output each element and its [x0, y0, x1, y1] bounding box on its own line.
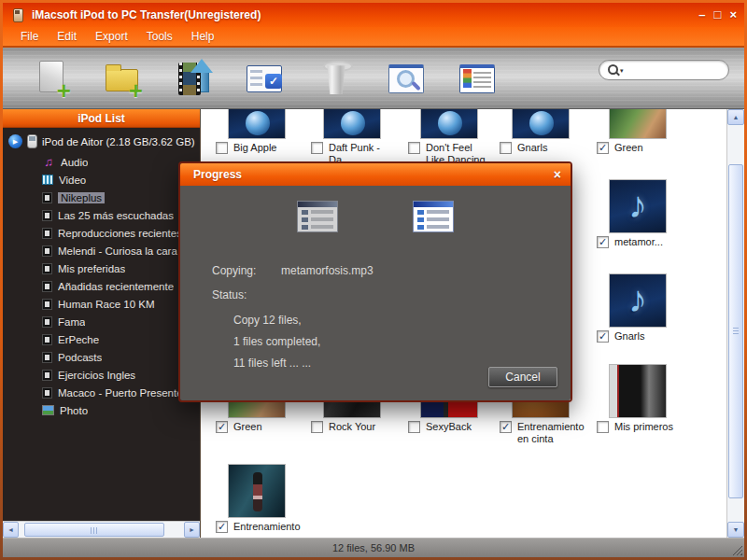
- delete-trash-button[interactable]: [315, 57, 358, 100]
- file-item[interactable]: Mis primeros: [591, 364, 684, 433]
- thumbnail-note-ball: [323, 109, 381, 139]
- close-button[interactable]: ×: [729, 8, 737, 21]
- file-checkbox[interactable]: ✓: [597, 142, 609, 154]
- file-checkbox[interactable]: [311, 142, 323, 154]
- sidebar-item-las-25-m-s-escuchadas[interactable]: Las 25 más escuchadas: [3, 206, 200, 224]
- scroll-down-button[interactable]: ▼: [727, 522, 744, 538]
- sidebar-item-fama[interactable]: Fama: [3, 313, 200, 330]
- file-checkbox[interactable]: ✓: [216, 421, 228, 433]
- file-item[interactable]: ✓Gnarls: [591, 273, 684, 343]
- file-checkbox[interactable]: [408, 142, 420, 154]
- sidebar-item-human-race-10-km[interactable]: Human Race 10 KM: [3, 295, 200, 313]
- minimize-button[interactable]: –: [698, 8, 705, 21]
- menu-tools[interactable]: Tools: [138, 28, 181, 45]
- dialog-close-button[interactable]: ×: [554, 168, 561, 181]
- delete-trash-icon: [315, 57, 358, 100]
- sidebar-item-macaco-puerto-presente[interactable]: Macaco - Puerto Presente: [3, 384, 200, 401]
- scroll-track[interactable]: [727, 125, 744, 522]
- title-bar[interactable]: iMacsoft iPod to PC Transfer(Unregistere…: [3, 3, 744, 27]
- window-title: iMacsoft iPod to PC Transfer(Unregistere…: [32, 8, 261, 21]
- sidebar-item-nikeplus[interactable]: Nikeplus: [3, 189, 200, 206]
- file-checkbox[interactable]: [408, 421, 420, 433]
- copying-filename: metamorfosis.mp3: [281, 264, 374, 277]
- sidebar-item-ejercicios-ingles[interactable]: Ejercicios Ingles: [3, 366, 200, 384]
- playlist-icon: [42, 192, 52, 203]
- search-input[interactable]: [627, 64, 721, 76]
- file-label: Entrenamiento en cinta: [517, 421, 585, 445]
- list-view-button[interactable]: [457, 57, 500, 100]
- menu-edit[interactable]: Edit: [49, 28, 85, 45]
- thumbnail-photo-amy: [228, 464, 286, 518]
- file-label: Gnarls: [614, 330, 644, 343]
- maximize-button[interactable]: □: [714, 8, 722, 21]
- scroll-thumb[interactable]: [728, 164, 743, 498]
- play-icon[interactable]: ▶: [8, 134, 22, 148]
- menu-export[interactable]: Export: [87, 28, 136, 45]
- sidebar-item-label: Mis preferidas: [58, 263, 125, 274]
- file-item[interactable]: ✓Green: [591, 109, 684, 154]
- file-item[interactable]: ✓Entrenamiento: [210, 464, 303, 533]
- file-checkbox[interactable]: [597, 421, 609, 433]
- scroll-track[interactable]: [19, 522, 184, 538]
- scroll-right-button[interactable]: ►: [184, 522, 200, 538]
- sidebar-item-podcasts[interactable]: Podcasts: [3, 348, 200, 366]
- file-checkbox[interactable]: ✓: [500, 421, 512, 433]
- sidebar-item-video[interactable]: Video: [3, 171, 200, 189]
- sidebar-item-label: ErPeche: [58, 334, 99, 345]
- preview-search-button[interactable]: [386, 57, 429, 100]
- export-video-icon: [173, 57, 216, 100]
- resize-grip[interactable]: [732, 545, 742, 555]
- horizontal-scrollbar[interactable]: ◄ ►: [3, 521, 200, 538]
- file-label: Gnarls: [517, 142, 547, 154]
- sidebar-item-erpeche[interactable]: ErPeche: [3, 330, 200, 348]
- file-item[interactable]: Big Apple: [210, 109, 303, 154]
- dialog-title-bar[interactable]: Progress ×: [180, 163, 571, 186]
- apply-check-button[interactable]: [244, 57, 287, 100]
- file-checkbox[interactable]: [311, 421, 323, 433]
- sidebar-device[interactable]: ▶ iPod de Aitor (2.18 GB/3.62 GB): [3, 132, 200, 153]
- scroll-thumb[interactable]: [24, 523, 164, 537]
- cancel-button[interactable]: Cancel: [488, 367, 557, 387]
- thumbnail-photo-portrait: [609, 364, 667, 418]
- chevron-down-icon[interactable]: ▾: [620, 67, 624, 75]
- destination-playlist-icon: [413, 201, 454, 232]
- scroll-left-button[interactable]: ◄: [3, 522, 19, 538]
- add-folder-button[interactable]: [102, 57, 145, 100]
- playlist-icon: [42, 334, 52, 345]
- menu-file[interactable]: File: [12, 28, 47, 45]
- add-file-button[interactable]: [31, 57, 74, 100]
- device-label: iPod de Aitor (2.18 GB/3.62 GB): [42, 136, 195, 147]
- sidebar-item-melendi-curiosa-la-cara-de[interactable]: Melendi - Curiosa la cara de: [3, 242, 200, 259]
- scroll-up-button[interactable]: ▲: [727, 109, 744, 125]
- sidebar-item-a-adidas-recientemente[interactable]: Añadidas recientemente: [3, 277, 200, 295]
- file-item[interactable]: Gnarls: [494, 109, 587, 154]
- status-line: 11 files left ... ...: [233, 353, 320, 374]
- sidebar-item-audio[interactable]: Audio: [3, 153, 200, 171]
- sidebar-item-label: Añadidas recientemente: [58, 281, 174, 292]
- file-item[interactable]: Daft Punk - Da: [305, 109, 399, 166]
- sidebar-item-photo[interactable]: Photo: [3, 401, 200, 419]
- file-checkbox[interactable]: [216, 142, 228, 154]
- playlist-icon: [42, 228, 52, 239]
- sidebar-item-reproducciones-recientes[interactable]: Reproducciones recientes: [3, 224, 200, 242]
- file-checkbox[interactable]: [500, 142, 512, 154]
- export-video-button[interactable]: [173, 57, 216, 100]
- status-line: Copy 12 files,: [233, 310, 320, 331]
- sidebar-item-mis-preferidas[interactable]: Mis preferidas: [3, 259, 200, 277]
- vertical-scrollbar[interactable]: ▲ ▼: [726, 109, 744, 538]
- file-item[interactable]: ✓metamor...: [591, 179, 684, 248]
- file-checkbox[interactable]: ✓: [216, 521, 228, 533]
- app-icon: [10, 7, 25, 22]
- app-window: iMacsoft iPod to PC Transfer(Unregistere…: [0, 0, 747, 560]
- playlist-icon: [42, 281, 52, 292]
- menu-help[interactable]: Help: [183, 28, 223, 45]
- file-checkbox[interactable]: ✓: [597, 330, 609, 343]
- file-checkbox[interactable]: ✓: [597, 236, 609, 248]
- source-playlist-icon: [297, 201, 338, 232]
- thumbnail-note-ball: [228, 109, 286, 139]
- file-item[interactable]: Don't Feel Like Dancing: [402, 109, 496, 166]
- search-icon: [607, 63, 620, 77]
- search-box[interactable]: ▾: [599, 60, 729, 80]
- playlist-icon: [42, 210, 52, 221]
- playlist-icon: [42, 316, 52, 328]
